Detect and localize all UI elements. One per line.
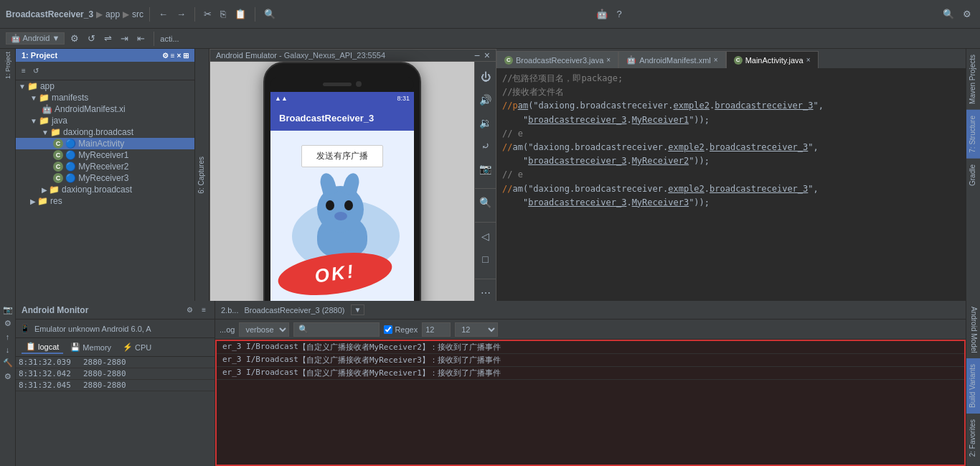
sidebar-toolbar: ≡ ↺ [16,62,194,80]
regex-num-input[interactable] [422,322,451,337]
separator-3 [255,7,255,22]
captures-label[interactable]: 6: Captures [195,151,209,200]
cut-btn[interactable]: ✂ [201,7,215,21]
window-btn[interactable]: □ [476,250,495,269]
bottom-btn2[interactable]: ⚙ [1,317,14,330]
emulator-minimize[interactable]: − [474,50,480,61]
stitch-nose [334,212,347,220]
sync-files[interactable]: ↺ [30,65,42,76]
ok-text: OK! [314,260,357,288]
logcat-tab[interactable]: 📋 logcat [22,340,63,354]
bottom-btn3[interactable]: ↑ [3,331,13,342]
module-label: app [105,9,120,19]
sync-btn[interactable]: ↺ [85,32,98,45]
rlog-row-1: er_3 I/Broadcast 【自定义广播接收者MyReceiver2】：接… [217,341,964,354]
memory-tab[interactable]: 💾 Memory [66,341,116,353]
help-btn[interactable]: ? [613,7,624,21]
tree-label-java: java [52,116,67,126]
tab-close-manifest[interactable]: × [714,56,718,64]
tree-item-app[interactable]: ▼ 📁 app [16,80,194,92]
back-nav-btn[interactable]: ◁ [476,227,495,246]
editor-content: //包路径项目名，即package; //接收者文件名 //pam("daxio… [496,69,966,301]
search-btn[interactable]: 🔍 [261,7,278,21]
paste-btn[interactable]: 📋 [232,7,249,21]
log-time-1: 8:31:32.039 [19,358,83,367]
log-row-3: 8:31:32.045 2880-2880 [16,380,215,391]
tree-item-myreceiver2[interactable]: C 🔵 MyReceiver2 [16,161,194,172]
monitor-gear-btn[interactable]: ≡ [199,304,209,315]
right-device-dropdown[interactable]: ▼ [351,304,365,315]
tree-item-java[interactable]: ▼ 📁 java [16,115,194,126]
monitor-settings-btn[interactable]: ⚙ [184,304,196,315]
tree-label-mainactivity: 🔵 MainActivity [65,139,124,149]
tree-item-myreceiver1[interactable]: C 🔵 MyReceiver1 [16,149,194,161]
code-line-6: //am("daxiong.broadcastreceiver.exmple2.… [502,141,960,154]
phone-content: 发送有序广播 [270,131,414,301]
verbose-select[interactable]: verbose debug info warn error [239,322,289,337]
tab-label-manifest: AndroidManifest.xml [639,56,711,65]
build-btn[interactable]: ⚙ [67,32,82,45]
structure-tab[interactable]: 7: Structure [966,110,980,159]
emulator-right-toolbar: ⏻ 🔊 🔉 ⤾ 📷 🔍 ◁ □ ⋯ [474,62,496,301]
search-filter-input[interactable] [293,322,380,337]
android-dropdown[interactable]: 🤖 Android ▼ [6,32,65,45]
toolbar-btn4[interactable]: ⇥ [118,32,131,45]
tab-close-broadcast[interactable]: × [606,56,611,64]
send-broadcast-button[interactable]: 发送有序广播 [301,145,383,167]
settings-btn[interactable]: ⚙ [960,7,974,21]
right-device-name: 2.b... [221,306,238,314]
volume-up-btn[interactable]: 🔊 [476,90,495,109]
bottom-section: 📷 ⚙ ↑ ↓ 🔨 ⚙ Android Monitor ⚙ ≡ 📱 Emulat… [0,301,980,466]
more-btn[interactable]: ⋯ [476,284,495,301]
screenshot-btn[interactable]: 📷 [476,159,495,178]
toolbar-btn5[interactable]: ⇤ [134,32,148,45]
tab-androidmanifest[interactable]: 🤖 AndroidManifest.xml × [618,51,726,68]
tree-item-pkg1[interactable]: ▼ 📁 daxiong.broadcast [16,126,194,138]
tree-item-res[interactable]: ▶ 📁 res [16,195,194,207]
emulator-close[interactable]: × [484,50,490,61]
tree-label-res: res [50,196,62,206]
tree-label-myreceiver2: 🔵 MyReceiver2 [65,162,128,172]
volume-down-btn[interactable]: 🔉 [476,113,495,132]
tree-item-manifests[interactable]: ▼ 📁 manifests [16,92,194,103]
android-icon[interactable]: 🤖 [593,7,611,21]
bottom-btn6[interactable]: ⚙ [1,371,14,383]
build-variants-tab[interactable]: Build Variants [966,358,980,414]
collapse-all[interactable]: ≡ [19,65,29,76]
log-time-3: 8:31:32.045 [19,381,83,390]
bottom-btn4[interactable]: ↓ [3,344,13,355]
regex-checkbox[interactable] [384,325,392,334]
back-btn[interactable]: ← [156,7,171,21]
bottom-camera-btn[interactable]: 📷 [0,304,16,316]
power-btn[interactable]: ⏻ [476,67,495,86]
copy-btn[interactable]: ⎘ [217,7,229,21]
toolbar-btn3[interactable]: ⇌ [101,32,115,45]
tree-item-myreceiver3[interactable]: C 🔵 MyReceiver3 [16,172,194,184]
tree-item-mainactivity[interactable]: C 🔵 MainActivity [16,138,194,149]
tab-close-main[interactable]: × [806,56,811,64]
forward-btn[interactable]: → [174,7,189,21]
right-bottom-tabs: Android Model Build Variants 2: Favorite… [966,301,980,466]
tree-item-pkg2[interactable]: ▶ 📁 daxiong.broadcast [16,184,194,195]
phone-time: 8:31 [397,95,410,102]
rlog-msg-2: 【自定义广播接收者MyReceiver3】：接收到了广播事件 [298,355,501,365]
rotate-btn[interactable]: ⤾ [476,136,495,155]
manifests-folder-icon: 📁 [39,93,50,103]
tree-item-androidmanifest[interactable]: 🤖 AndroidManifest.xi [16,103,194,115]
maven-tab[interactable]: Maven Projects [966,49,980,110]
tree-label-pkg2: daxiong.broadcast [62,185,132,195]
code-line-2: //接收者文件名 [502,85,960,99]
favorites-tab[interactable]: 2: Favorites [966,414,980,462]
regex-dropdown[interactable]: 12 [455,322,498,337]
build-variants-btn[interactable]: 🔨 [0,357,16,369]
tab-broadcastreceiver[interactable]: C BroadcastReceiver3.java × [496,51,618,68]
search-everywhere[interactable]: 🔍 [940,7,957,21]
android-model-tab[interactable]: Android Model [966,301,980,358]
gradle-tab[interactable]: Gradle [966,159,980,192]
ok-badge: OK! [275,246,395,301]
tree-label-pkg1: daxiong.broadcast [63,127,133,137]
zoom-btn[interactable]: 🔍 [476,193,495,212]
tab-mainactivity[interactable]: C MainActivity.java × [726,51,819,68]
tree-label-app: app [40,81,55,91]
cpu-tab[interactable]: ⚡ CPU [118,341,156,353]
